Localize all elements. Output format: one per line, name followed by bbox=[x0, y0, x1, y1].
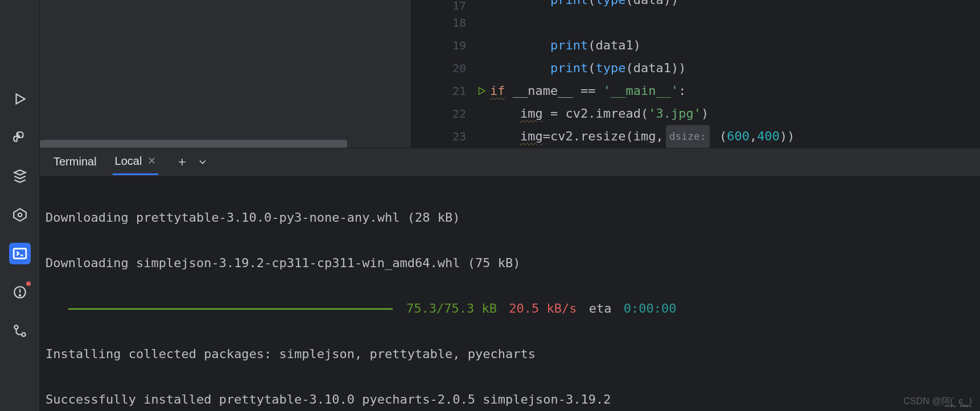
bottom-panel: Terminal Local ✕ Downloading prettytable… bbox=[40, 148, 980, 411]
terminal-output[interactable]: Downloading prettytable-3.10.0-py3-none-… bbox=[40, 176, 980, 411]
code-line[interactable]: print(data1) bbox=[490, 34, 980, 57]
code-area[interactable]: print(type(data)) print(data1) print(typ… bbox=[490, 0, 980, 148]
run-icon[interactable] bbox=[9, 88, 31, 110]
svg-point-3 bbox=[18, 213, 22, 217]
vcs-icon[interactable] bbox=[9, 320, 31, 342]
code-line[interactable]: img = cv2.imread('3.jpg') bbox=[490, 102, 980, 125]
panel-tab-bar: Terminal Local ✕ bbox=[40, 148, 980, 176]
python-console-icon[interactable] bbox=[9, 127, 31, 148]
new-session-icon[interactable] bbox=[176, 156, 188, 168]
svg-marker-9 bbox=[479, 88, 485, 94]
line-number: 18 bbox=[410, 11, 466, 34]
tab-terminal[interactable]: Terminal bbox=[51, 150, 99, 174]
svg-marker-2 bbox=[14, 209, 26, 221]
tab-terminal-label: Terminal bbox=[53, 155, 97, 168]
progress-done: 75.3/75.3 kB bbox=[406, 297, 497, 320]
line-number: 17 bbox=[410, 0, 466, 11]
editor-split: 17181920212223 print(type(data)) print(d… bbox=[40, 0, 980, 148]
left-editor-pane[interactable] bbox=[40, 0, 410, 148]
code-line[interactable]: if __name__ == '__main__': bbox=[490, 80, 980, 102]
terminal-line: Downloading simplejson-3.19.2-cp311-cp31… bbox=[46, 252, 974, 275]
svg-rect-4 bbox=[14, 248, 26, 258]
progress-line: 75.3/75.3 kB 20.5 kB/s eta 0:00:00 bbox=[46, 297, 974, 320]
svg-marker-0 bbox=[16, 94, 24, 103]
progress-bar bbox=[68, 308, 393, 310]
code-line[interactable]: print(type(data1)) bbox=[490, 57, 980, 80]
progress-eta: 0:00:00 bbox=[624, 297, 677, 320]
line-number: 19 bbox=[410, 34, 466, 57]
terminal-line: Successfully installed prettytable-3.10.… bbox=[46, 388, 974, 411]
horizontal-scrollbar[interactable] bbox=[40, 140, 347, 148]
watermark: CSDN @阿ຼ( ຼຼ є ຼ ຼ)ຼ bbox=[904, 396, 972, 408]
notification-dot-icon bbox=[26, 281, 31, 286]
right-editor-pane[interactable]: 17181920212223 print(type(data)) print(d… bbox=[410, 0, 980, 148]
terminal-line: Installing collected packages: simplejso… bbox=[46, 343, 974, 366]
svg-point-7 bbox=[14, 325, 18, 329]
code-line[interactable] bbox=[490, 11, 980, 34]
svg-point-8 bbox=[22, 333, 26, 337]
chevron-down-icon[interactable] bbox=[197, 156, 208, 168]
param-hint: dsize: bbox=[666, 125, 710, 148]
line-number: 21 bbox=[410, 80, 466, 102]
line-number: 22 bbox=[410, 102, 466, 125]
tab-local[interactable]: Local ✕ bbox=[113, 149, 159, 175]
tab-local-label: Local bbox=[115, 155, 142, 168]
terminal-icon[interactable] bbox=[9, 243, 31, 264]
line-number-gutter: 17181920212223 bbox=[410, 0, 473, 148]
debug-icon[interactable] bbox=[9, 204, 31, 226]
run-gutter bbox=[473, 0, 490, 148]
svg-point-6 bbox=[19, 294, 20, 296]
problems-icon[interactable] bbox=[9, 281, 31, 303]
line-number: 20 bbox=[410, 57, 466, 80]
services-icon[interactable] bbox=[9, 165, 31, 187]
terminal-line: Downloading prettytable-3.10.0-py3-none-… bbox=[46, 206, 974, 229]
code-line[interactable]: print(type(data)) bbox=[490, 0, 980, 11]
left-toolbar bbox=[0, 0, 40, 411]
progress-speed: 20.5 kB/s bbox=[509, 297, 577, 320]
svg-point-1 bbox=[17, 133, 18, 134]
close-icon[interactable]: ✕ bbox=[147, 155, 156, 167]
main-area: 17181920212223 print(type(data)) print(d… bbox=[40, 0, 980, 411]
code-line[interactable]: img=cv2.resize(img,dsize: (600,400)) bbox=[490, 125, 980, 148]
line-number: 23 bbox=[410, 125, 466, 148]
progress-eta-label: eta bbox=[589, 297, 612, 320]
run-line-icon[interactable] bbox=[476, 86, 487, 96]
